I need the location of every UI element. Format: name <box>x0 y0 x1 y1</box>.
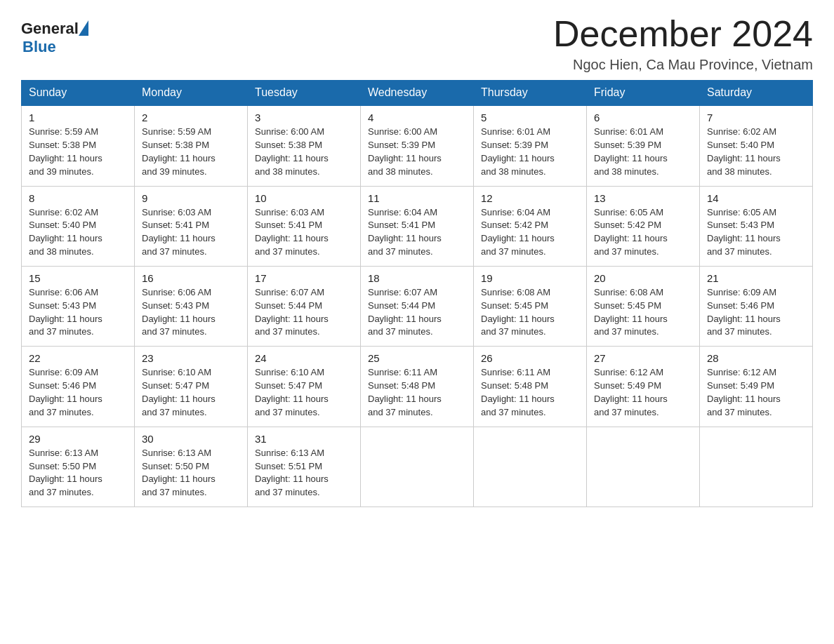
day-number: 11 <box>368 192 466 204</box>
day-number: 22 <box>29 352 127 364</box>
day-info: Sunrise: 6:01 AMSunset: 5:39 PMDaylight:… <box>594 126 668 177</box>
calendar-cell: 7 Sunrise: 6:02 AMSunset: 5:40 PMDayligh… <box>700 105 813 186</box>
calendar-cell <box>361 427 474 507</box>
day-number: 5 <box>481 112 579 123</box>
logo-triangle-icon <box>79 20 88 36</box>
day-info: Sunrise: 6:07 AMSunset: 5:44 PMDaylight:… <box>368 287 442 337</box>
day-info: Sunrise: 6:00 AMSunset: 5:38 PMDaylight:… <box>255 126 329 177</box>
calendar-cell: 16 Sunrise: 6:06 AMSunset: 5:43 PMDaylig… <box>135 266 248 346</box>
day-info: Sunrise: 6:02 AMSunset: 5:40 PMDaylight:… <box>29 207 102 257</box>
day-info: Sunrise: 6:00 AMSunset: 5:39 PMDaylight:… <box>368 126 442 177</box>
calendar-cell: 10 Sunrise: 6:03 AMSunset: 5:41 PMDaylig… <box>248 186 361 266</box>
calendar-cell: 29 Sunrise: 6:13 AMSunset: 5:50 PMDaylig… <box>22 427 135 507</box>
calendar-cell: 27 Sunrise: 6:12 AMSunset: 5:49 PMDaylig… <box>587 347 700 427</box>
day-info: Sunrise: 6:06 AMSunset: 5:43 PMDaylight:… <box>142 287 216 337</box>
day-info: Sunrise: 6:01 AMSunset: 5:39 PMDaylight:… <box>481 126 555 177</box>
calendar-cell: 2 Sunrise: 5:59 AMSunset: 5:38 PMDayligh… <box>135 105 248 186</box>
calendar-cell <box>474 427 587 507</box>
day-number: 9 <box>142 192 240 204</box>
day-number: 14 <box>707 192 805 204</box>
day-number: 15 <box>29 272 127 284</box>
calendar-header-sunday: Sunday <box>22 81 135 106</box>
day-number: 13 <box>594 192 692 204</box>
day-number: 21 <box>707 272 805 284</box>
day-info: Sunrise: 6:13 AMSunset: 5:50 PMDaylight:… <box>29 448 102 498</box>
day-info: Sunrise: 6:05 AMSunset: 5:42 PMDaylight:… <box>594 207 668 257</box>
day-number: 4 <box>368 112 466 123</box>
day-number: 19 <box>481 272 579 284</box>
title-block: December 2024 Ngoc Hien, Ca Mau Province… <box>553 14 813 73</box>
day-number: 8 <box>29 192 127 204</box>
day-info: Sunrise: 5:59 AMSunset: 5:38 PMDaylight:… <box>142 126 216 177</box>
day-number: 23 <box>142 352 240 364</box>
calendar-header-saturday: Saturday <box>700 81 813 106</box>
calendar-cell: 25 Sunrise: 6:11 AMSunset: 5:48 PMDaylig… <box>361 347 474 427</box>
calendar-cell: 20 Sunrise: 6:08 AMSunset: 5:45 PMDaylig… <box>587 266 700 346</box>
day-info: Sunrise: 6:07 AMSunset: 5:44 PMDaylight:… <box>255 287 329 337</box>
day-info: Sunrise: 6:04 AMSunset: 5:42 PMDaylight:… <box>481 207 555 257</box>
calendar-cell: 22 Sunrise: 6:09 AMSunset: 5:46 PMDaylig… <box>22 347 135 427</box>
day-info: Sunrise: 6:08 AMSunset: 5:45 PMDaylight:… <box>481 287 555 337</box>
day-number: 6 <box>594 112 692 123</box>
day-info: Sunrise: 6:04 AMSunset: 5:41 PMDaylight:… <box>368 207 442 257</box>
calendar-cell: 1 Sunrise: 5:59 AMSunset: 5:38 PMDayligh… <box>22 105 135 186</box>
calendar-week-row: 1 Sunrise: 5:59 AMSunset: 5:38 PMDayligh… <box>22 105 813 186</box>
day-number: 29 <box>29 433 127 445</box>
logo: General Blue <box>21 20 88 56</box>
day-number: 25 <box>368 352 466 364</box>
calendar-week-row: 29 Sunrise: 6:13 AMSunset: 5:50 PMDaylig… <box>22 427 813 507</box>
day-info: Sunrise: 6:02 AMSunset: 5:40 PMDaylight:… <box>707 126 781 177</box>
logo-general: General <box>21 20 79 38</box>
calendar-header-monday: Monday <box>135 81 248 106</box>
day-number: 3 <box>255 112 353 123</box>
day-number: 1 <box>29 112 127 123</box>
calendar-cell: 4 Sunrise: 6:00 AMSunset: 5:39 PMDayligh… <box>361 105 474 186</box>
calendar-cell: 24 Sunrise: 6:10 AMSunset: 5:47 PMDaylig… <box>248 347 361 427</box>
day-number: 31 <box>255 433 353 445</box>
calendar-cell: 6 Sunrise: 6:01 AMSunset: 5:39 PMDayligh… <box>587 105 700 186</box>
calendar-header-tuesday: Tuesday <box>248 81 361 106</box>
calendar-week-row: 22 Sunrise: 6:09 AMSunset: 5:46 PMDaylig… <box>22 347 813 427</box>
day-info: Sunrise: 6:05 AMSunset: 5:43 PMDaylight:… <box>707 207 781 257</box>
calendar-cell: 13 Sunrise: 6:05 AMSunset: 5:42 PMDaylig… <box>587 186 700 266</box>
calendar-cell: 11 Sunrise: 6:04 AMSunset: 5:41 PMDaylig… <box>361 186 474 266</box>
logo-blue: Blue <box>22 38 56 56</box>
day-info: Sunrise: 6:08 AMSunset: 5:45 PMDaylight:… <box>594 287 668 337</box>
calendar-cell: 30 Sunrise: 6:13 AMSunset: 5:50 PMDaylig… <box>135 427 248 507</box>
day-info: Sunrise: 6:09 AMSunset: 5:46 PMDaylight:… <box>29 367 102 417</box>
calendar-cell: 3 Sunrise: 6:00 AMSunset: 5:38 PMDayligh… <box>248 105 361 186</box>
calendar-cell <box>700 427 813 507</box>
day-number: 27 <box>594 352 692 364</box>
day-info: Sunrise: 5:59 AMSunset: 5:38 PMDaylight:… <box>29 126 102 177</box>
calendar-week-row: 8 Sunrise: 6:02 AMSunset: 5:40 PMDayligh… <box>22 186 813 266</box>
day-info: Sunrise: 6:13 AMSunset: 5:50 PMDaylight:… <box>142 448 216 498</box>
day-info: Sunrise: 6:13 AMSunset: 5:51 PMDaylight:… <box>255 448 329 498</box>
location-title: Ngoc Hien, Ca Mau Province, Vietnam <box>553 57 813 73</box>
day-info: Sunrise: 6:12 AMSunset: 5:49 PMDaylight:… <box>594 367 668 417</box>
day-info: Sunrise: 6:09 AMSunset: 5:46 PMDaylight:… <box>707 287 781 337</box>
day-number: 17 <box>255 272 353 284</box>
calendar-cell: 12 Sunrise: 6:04 AMSunset: 5:42 PMDaylig… <box>474 186 587 266</box>
calendar-cell: 17 Sunrise: 6:07 AMSunset: 5:44 PMDaylig… <box>248 266 361 346</box>
calendar-cell: 21 Sunrise: 6:09 AMSunset: 5:46 PMDaylig… <box>700 266 813 346</box>
calendar-cell: 26 Sunrise: 6:11 AMSunset: 5:48 PMDaylig… <box>474 347 587 427</box>
calendar-cell: 14 Sunrise: 6:05 AMSunset: 5:43 PMDaylig… <box>700 186 813 266</box>
day-info: Sunrise: 6:11 AMSunset: 5:48 PMDaylight:… <box>481 367 555 417</box>
day-info: Sunrise: 6:03 AMSunset: 5:41 PMDaylight:… <box>255 207 329 257</box>
day-number: 30 <box>142 433 240 445</box>
day-info: Sunrise: 6:12 AMSunset: 5:49 PMDaylight:… <box>707 367 781 417</box>
day-number: 12 <box>481 192 579 204</box>
calendar-cell: 23 Sunrise: 6:10 AMSunset: 5:47 PMDaylig… <box>135 347 248 427</box>
day-info: Sunrise: 6:03 AMSunset: 5:41 PMDaylight:… <box>142 207 216 257</box>
day-number: 20 <box>594 272 692 284</box>
calendar-header-wednesday: Wednesday <box>361 81 474 106</box>
page-header: General Blue December 2024 Ngoc Hien, Ca… <box>21 14 813 73</box>
calendar-cell: 31 Sunrise: 6:13 AMSunset: 5:51 PMDaylig… <box>248 427 361 507</box>
calendar-table: SundayMondayTuesdayWednesdayThursdayFrid… <box>21 80 813 507</box>
calendar-cell: 8 Sunrise: 6:02 AMSunset: 5:40 PMDayligh… <box>22 186 135 266</box>
calendar-week-row: 15 Sunrise: 6:06 AMSunset: 5:43 PMDaylig… <box>22 266 813 346</box>
calendar-cell: 5 Sunrise: 6:01 AMSunset: 5:39 PMDayligh… <box>474 105 587 186</box>
day-info: Sunrise: 6:06 AMSunset: 5:43 PMDaylight:… <box>29 287 102 337</box>
month-title: December 2024 <box>553 14 813 54</box>
day-number: 16 <box>142 272 240 284</box>
